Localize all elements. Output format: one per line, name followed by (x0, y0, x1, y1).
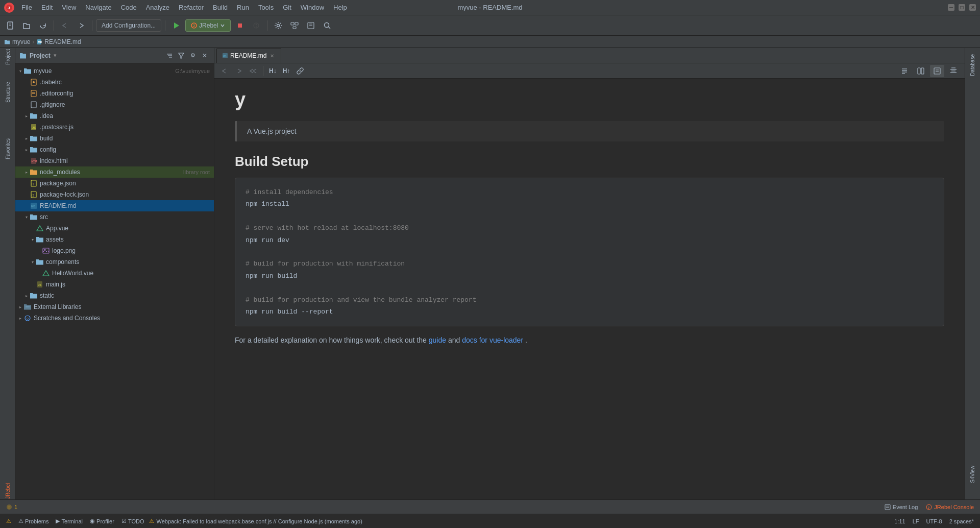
menu-help[interactable]: Help (329, 3, 351, 12)
tree-item-idea[interactable]: ▸ .idea (15, 110, 214, 122)
menu-git[interactable]: Git (279, 3, 296, 12)
add-configuration-button[interactable]: Add Configuration... (96, 19, 161, 32)
md-blockquote-text: A Vue.js project (247, 127, 934, 135)
bottom-line-col[interactable]: 1:11 (892, 516, 907, 527)
md-link-vue-loader[interactable]: docs for vue-loader (462, 336, 523, 344)
panel-settings-button[interactable]: ⚙ (188, 51, 198, 61)
svg-text:!: ! (9, 506, 10, 509)
favorites-tool-button[interactable]: Favorites (1, 142, 14, 155)
menu-build[interactable]: Build (209, 3, 232, 12)
md-h2-button[interactable]: H↑ (281, 65, 292, 77)
md-back-button[interactable] (218, 65, 231, 77)
md-link-guide[interactable]: guide (429, 336, 446, 344)
tree-item-config[interactable]: ▸ config (15, 144, 214, 155)
menu-tools[interactable]: Tools (254, 3, 278, 12)
tree-item-assets[interactable]: ▾ assets (15, 234, 214, 245)
structure-tool-button[interactable]: Structure (1, 86, 14, 99)
tree-item-helloworld-vue[interactable]: HelloWorld.vue (15, 268, 214, 279)
bottom-encoding[interactable]: UTF-8 (924, 516, 944, 527)
md-forward-button[interactable] (233, 65, 245, 77)
md-link-button[interactable] (294, 65, 306, 77)
bottom-terminal[interactable]: ▶ Terminal (54, 516, 85, 527)
run-button[interactable] (169, 18, 183, 33)
menu-navigate[interactable]: Navigate (81, 3, 115, 12)
project-tool-button[interactable]: Project (1, 50, 14, 63)
right-tool-s4view[interactable]: S4View (970, 462, 975, 487)
svg-rect-8 (238, 23, 242, 28)
tree-item-package-lock-json[interactable]: { } package-lock.json (15, 189, 214, 200)
menu-analyze[interactable]: Analyze (142, 3, 174, 12)
tab-readme[interactable]: MD README.md ✕ (216, 49, 281, 63)
tab-close-readme[interactable]: ✕ (268, 52, 276, 59)
md-more-button[interactable] (946, 65, 961, 77)
tree-item-app-vue[interactable]: App.vue (15, 223, 214, 234)
tree-item-scratches[interactable]: ▸ o Scratches and Consoles (15, 313, 214, 324)
panel-close-button[interactable]: ✕ (200, 51, 210, 61)
bottom-line-ending[interactable]: LF (911, 516, 921, 527)
tree-item-myvue[interactable]: ▾ myvue G:\vue\myvue (15, 65, 214, 77)
debug-button[interactable] (249, 18, 263, 33)
status-jrebel-console[interactable]: J JRebel Console (924, 504, 976, 510)
md-back2-button[interactable] (247, 65, 259, 77)
menu-edit[interactable]: Edit (37, 3, 57, 12)
md-split-view-button[interactable] (914, 65, 928, 77)
menu-view[interactable]: View (58, 3, 80, 12)
maximize-button[interactable]: □ (959, 4, 965, 11)
tree-item-readme[interactable]: MD README.md (15, 200, 214, 211)
new-file-button[interactable] (3, 18, 17, 33)
tree-item-components[interactable]: ▾ components (15, 256, 214, 268)
tree-item-node-modules[interactable]: ▸ node_modules library root (15, 166, 214, 178)
back-button[interactable] (58, 18, 72, 33)
tree-item-src[interactable]: ▾ src (15, 211, 214, 223)
stop-button[interactable] (233, 18, 247, 33)
jrebel-tool-button[interactable]: JRebel (1, 484, 14, 497)
tree-item-editorconfig[interactable]: .editorconfig (15, 88, 214, 99)
filter-button[interactable] (176, 51, 186, 61)
tree-item-static[interactable]: ▸ static (15, 290, 214, 301)
md-h1-button[interactable]: H↓ (267, 65, 279, 77)
main-toolbar: Add Configuration... J JRebel (0, 15, 980, 36)
search-everywhere-button[interactable] (320, 18, 334, 33)
tree-item-gitignore[interactable]: .gitignore (15, 99, 214, 110)
close-button[interactable]: ✕ (969, 4, 976, 11)
tree-item-build[interactable]: ▸ build (15, 133, 214, 144)
bottom-profiler[interactable]: ◉ Profiler (88, 516, 116, 527)
menu-refactor[interactable]: Refactor (175, 3, 208, 12)
tree-item-index-html[interactable]: HTML index.html (15, 155, 214, 166)
project-structure-button[interactable] (287, 18, 302, 33)
breadcrumb-project[interactable]: myvue (12, 38, 30, 45)
md-preview-button[interactable] (930, 65, 944, 77)
bottom-right-items: 1:11 LF UTF-8 2 spaces* (892, 516, 976, 527)
settings-button[interactable] (271, 18, 285, 33)
minimize-button[interactable]: ─ (948, 4, 954, 11)
forward-button[interactable] (74, 18, 88, 33)
file-tree: ▾ myvue G:\vue\myvue .babelrc .editorco (15, 63, 214, 499)
tree-item-postcssrc[interactable]: JS .postcssrc.js (15, 122, 214, 133)
tree-item-babelrc[interactable]: .babelrc (15, 77, 214, 88)
md-list-view-button[interactable] (897, 65, 912, 77)
tree-item-main-js[interactable]: JS main.js (15, 279, 214, 290)
menu-code[interactable]: Code (117, 3, 141, 12)
breadcrumb-file[interactable]: README.md (44, 38, 81, 45)
collapse-all-button[interactable] (164, 51, 175, 61)
menu-file[interactable]: File (17, 3, 36, 12)
status-problems[interactable]: ! 1 (4, 504, 19, 510)
run-config-selector[interactable]: J JRebel (185, 19, 231, 32)
menu-window[interactable]: Window (297, 3, 328, 12)
bottom-indent[interactable]: 2 spaces* (947, 516, 976, 527)
tree-item-package-json[interactable]: { } package.json (15, 178, 214, 189)
sync-button[interactable] (36, 18, 50, 33)
tree-item-external-libraries[interactable]: ▸ External Libraries (15, 301, 214, 313)
svg-marker-43 (37, 226, 43, 231)
svg-text:MD: MD (38, 40, 42, 43)
right-tool-database[interactable]: Database (970, 50, 975, 80)
tree-item-logo-png[interactable]: logo.png (15, 245, 214, 256)
menu-run[interactable]: Run (233, 3, 253, 12)
status-event-log[interactable]: Event Log (883, 504, 920, 510)
bottom-todo[interactable]: ☑ TODO (119, 516, 146, 527)
bottom-problems[interactable]: ⚠ Problems (16, 516, 51, 527)
vcs-button[interactable] (304, 18, 318, 33)
panel-dropdown-icon[interactable]: ▾ (54, 52, 57, 59)
tree-label-postcssrc: .postcssrc.js (40, 124, 210, 131)
open-button[interactable] (19, 18, 34, 33)
